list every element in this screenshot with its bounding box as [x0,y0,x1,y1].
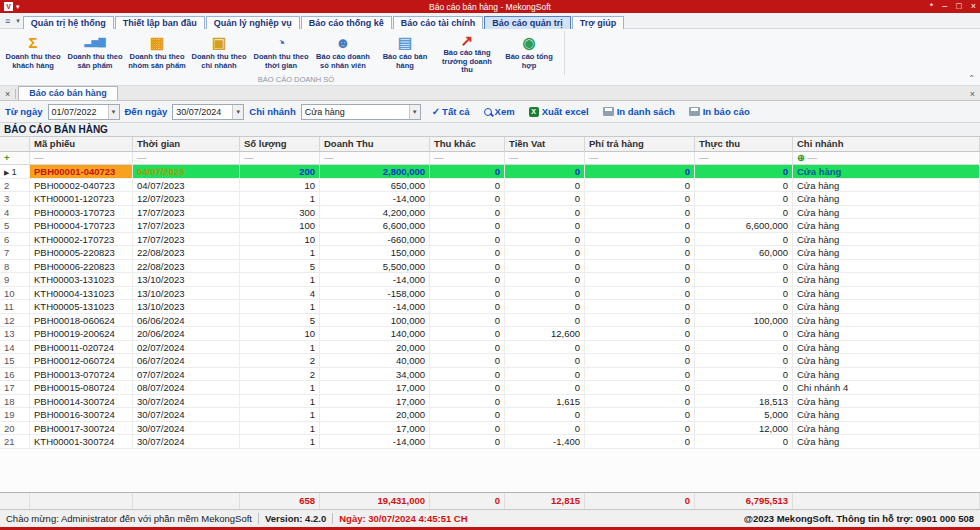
filter-cell[interactable]: — [30,152,133,165]
table-row[interactable]: 14PBH00011-02072402/07/2024120,0000000Cử… [0,341,980,355]
table-row[interactable]: 3KTH00001-12072312/07/20231-14,0000000Cử… [0,192,980,206]
sales-report-icon: ▤ [398,32,412,53]
cell-rev: 17,000 [320,395,430,409]
cell-qty: 2 [240,354,320,368]
column-header[interactable]: Doanh Thu [320,137,430,152]
table-filter-row[interactable]: +————————⊕ — [0,152,980,165]
filter-cell[interactable]: — [133,152,240,165]
branch-select[interactable]: Cửa hàng ▼ [301,104,421,120]
ribbon-item-revenue-by-customer[interactable]: ΣDoanh thu theo khách hàng [2,31,64,75]
quick-access-grid-icon[interactable]: ≡ [2,16,13,26]
table-row[interactable]: 7PBH00005-22082322/08/20231150,00000060,… [0,246,980,260]
tab-sales-report[interactable]: Báo cáo bán hàng [18,86,118,100]
cell-fee: 0 [585,246,695,260]
all-checkbox[interactable]: ✓ Tất cả [432,106,470,117]
table-row[interactable]: 17PBH00015-08072408/07/2024117,0000000Ch… [0,381,980,395]
menu-tab[interactable]: Báo cáo tài chính [393,16,484,30]
column-header[interactable]: Mã phiếu [30,137,133,152]
cell-fee: 0 [585,408,695,422]
table-row[interactable]: 11KTH00005-13102313/10/20231-14,0000000C… [0,300,980,314]
column-header[interactable]: Thu khác [430,137,505,152]
table-row[interactable]: 12PBH00018-06062406/06/20245100,00000010… [0,314,980,328]
filter-cell[interactable]: — [430,152,505,165]
column-header[interactable]: Thực thu [695,137,793,152]
cell-code: KTH00005-131023 [30,300,133,314]
ribbon-item-sales-report[interactable]: ▤Báo cáo bán hàng [374,31,436,75]
table-row[interactable]: 15PBH00012-06072406/07/2024240,0000000Cử… [0,354,980,368]
ribbon-collapse-icon[interactable]: ⌃ [968,74,975,83]
table-row[interactable]: 20PBH00017-30072430/07/2024117,00000012,… [0,422,980,436]
table-row[interactable]: 9KTH00003-13102313/10/20231-14,0000000Cử… [0,273,980,287]
filter-cell[interactable]: — [320,152,430,165]
to-date-input[interactable]: 30/07/2024 ▼ [172,104,244,120]
column-header[interactable]: Phí trả hàng [585,137,695,152]
menu-tab-active[interactable]: Báo cáo quản trị [484,16,571,30]
ribbon-item-revenue-by-product[interactable]: ▂▅▇Doanh thu theo sản phẩm [64,31,126,75]
app-menu-caret-icon[interactable]: ▾ [16,3,20,11]
from-date-dropdown-icon[interactable]: ▼ [108,105,119,119]
table-row[interactable]: 21KTH00001-30072430/07/20241-14,0000-1,4… [0,435,980,449]
table-row[interactable]: 4PBH00003-17072317/07/20233004,200,00000… [0,206,980,220]
ribbon-item-label: Báo cáo tăng trưởng doanh thu [436,49,498,75]
cell-date: 22/08/2023 [133,260,240,274]
cell-net: 0 [695,165,793,179]
table-row[interactable]: 2PBH00002-04072304/07/202310650,0000000C… [0,179,980,193]
export-excel-button[interactable]: X Xuất excel [529,106,589,117]
cell-br: Cửa hàng [793,435,980,449]
filter-cell[interactable]: — [585,152,695,165]
menu-tab[interactable]: Quản trị hệ thống [23,16,114,30]
table-row[interactable]: 6KTH00002-17072317/07/202310-660,0000000… [0,233,980,247]
cell-date: 13/10/2023 [133,273,240,287]
minimize-button[interactable]: – [942,2,947,11]
cell-oth: 0 [430,327,505,341]
ribbon-item-staff-sales-report[interactable]: ☻Báo cáo doanh số nhân viên [312,31,374,75]
column-header[interactable]: Thời gian [133,137,240,152]
cell-br: Cửa hàng [793,300,980,314]
menu-tab[interactable]: Báo cáo thống kê [301,16,392,30]
table-row[interactable]: 16PBH00013-07072407/07/2024234,0000000Cử… [0,368,980,382]
menu-tab[interactable]: Trợ giúp [572,16,624,30]
filter-cell[interactable]: — [240,152,320,165]
cell-date: 06/07/2024 [133,354,240,368]
menu-tab[interactable]: Thiết lập ban đầu [115,16,205,30]
ribbon-item-revenue-by-branch[interactable]: ▣Doanh thu theo chi nhánh [188,31,250,75]
revenue-by-branch-icon: ▣ [212,32,226,53]
cell-date: 08/07/2024 [133,381,240,395]
branch-dropdown-icon[interactable]: ▼ [409,105,420,119]
table-row[interactable]: 8PBH00006-22082322/08/202355,500,0000000… [0,260,980,274]
quick-access-caret-icon[interactable]: ▾ [13,17,23,25]
to-date-dropdown-icon[interactable]: ▼ [232,105,243,119]
close-button[interactable]: × [971,2,976,11]
cell-fee: 0 [585,192,695,206]
table-row[interactable]: 10KTH00004-13102313/10/20234-158,0000000… [0,287,980,301]
table-row[interactable]: 13PBH00019-20062420/06/202410140,000012,… [0,327,980,341]
filter-cell[interactable]: — [695,152,793,165]
table-row[interactable]: 19PBH00016-30072430/07/2024120,0000005,0… [0,408,980,422]
tab-close-right-icon[interactable]: × [965,89,980,100]
tab-close-left-icon[interactable]: × [0,89,15,100]
ribbon-item-revenue-by-product-group[interactable]: ▦Doanh thu theo nhóm sản phẩm [126,31,188,75]
print-report-button[interactable]: In báo cáo [689,106,750,117]
from-date-input[interactable]: 01/07/2022 ▼ [48,104,120,120]
view-button[interactable]: Xem [484,106,515,117]
filter-branch-icon[interactable]: ⊕ [797,152,808,163]
filter-add-icon[interactable]: + [0,152,30,165]
column-header[interactable]: Chi nhánh [793,137,980,152]
maximize-button[interactable]: □ [956,2,961,11]
app-logo-icon[interactable]: V [4,2,13,11]
table-row[interactable]: ▶1PBH00001-04072304/07/20232002,800,0000… [0,165,980,179]
cell-vat: 0 [505,192,585,206]
table-row[interactable]: 18PBH00014-30072430/07/2024117,00001,615… [0,395,980,409]
ribbon-item-revenue-growth-report[interactable]: ↗Báo cáo tăng trưởng doanh thu [436,31,498,75]
column-header[interactable]: Tiền Vat [505,137,585,152]
menu-tab[interactable]: Quản lý nghiệp vụ [206,16,300,30]
filter-cell-branch[interactable]: ⊕ — [793,152,980,165]
table-row[interactable]: 5PBH00004-17072317/07/20231006,600,00000… [0,219,980,233]
filter-cell[interactable]: — [505,152,585,165]
column-header[interactable]: Số lượng [240,137,320,152]
ribbon-item-revenue-by-time[interactable]: ◔Doanh thu theo thời gian [250,31,312,75]
skin-button[interactable]: * [930,2,934,11]
cell-rev: -14,000 [320,435,430,449]
print-list-button[interactable]: In danh sách [603,106,675,117]
ribbon-item-summary-report[interactable]: ◉Báo cáo tổng hợp [498,31,560,75]
